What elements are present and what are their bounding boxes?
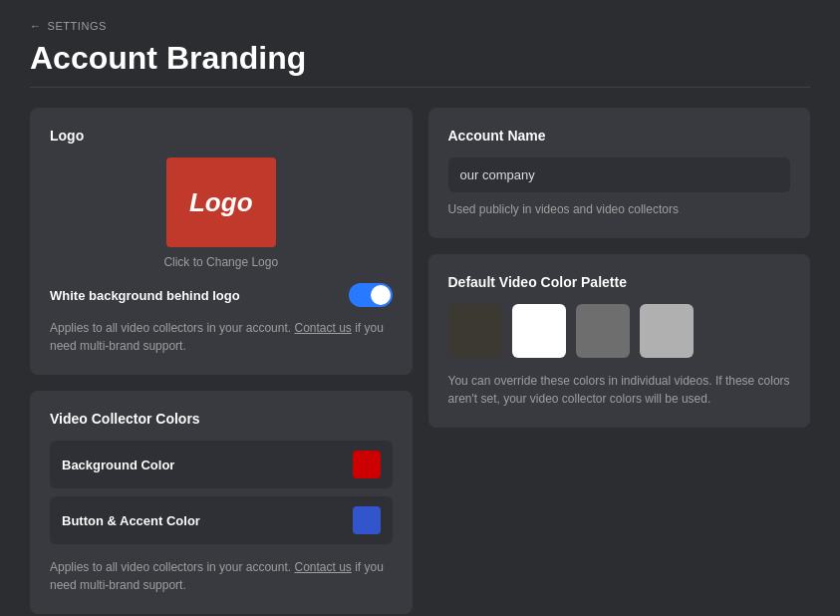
background-color-label: Background Color bbox=[62, 458, 174, 472]
palette-swatch-dark[interactable] bbox=[448, 304, 502, 358]
logo-description: Applies to all video collectors in your … bbox=[50, 319, 393, 355]
white-bg-toggle-row: White background behind logo bbox=[50, 283, 393, 307]
color-buttons-section: Background Color Button & Accent Color bbox=[50, 441, 393, 544]
logo-image[interactable]: Logo bbox=[166, 157, 276, 247]
page-divider bbox=[30, 87, 810, 88]
account-name-card: Account Name Used publicly in videos and… bbox=[428, 108, 811, 238]
account-name-helper: Used publicly in videos and video collec… bbox=[448, 200, 791, 218]
page-title: Account Branding bbox=[30, 40, 810, 77]
account-name-title: Account Name bbox=[448, 128, 791, 144]
accent-color-swatch bbox=[353, 506, 381, 534]
color-palette-card: Default Video Color Palette You can over… bbox=[428, 254, 811, 428]
palette-swatch-light[interactable] bbox=[640, 304, 694, 358]
video-collector-description: Applies to all video collectors in your … bbox=[50, 558, 393, 594]
back-label: SETTINGS bbox=[48, 20, 107, 32]
back-link[interactable]: ← SETTINGS bbox=[30, 20, 810, 32]
palette-description: You can override these colors in individ… bbox=[448, 372, 791, 408]
content-grid: Logo Logo Click to Change Logo White bac… bbox=[30, 108, 810, 614]
video-collector-card-title: Video Collector Colors bbox=[50, 411, 393, 427]
background-color-swatch bbox=[353, 451, 381, 478]
logo-card: Logo Logo Click to Change Logo White bac… bbox=[30, 108, 413, 375]
white-bg-toggle[interactable] bbox=[349, 283, 393, 307]
logo-contact-link[interactable]: Contact us bbox=[294, 321, 351, 335]
accent-color-row[interactable]: Button & Accent Color bbox=[50, 496, 393, 544]
palette-swatch-white[interactable] bbox=[512, 304, 566, 358]
right-column: Account Name Used publicly in videos and… bbox=[428, 108, 811, 614]
toggle-label: White background behind logo bbox=[50, 288, 240, 303]
accent-color-label: Button & Accent Color bbox=[62, 513, 200, 528]
back-arrow-icon: ← bbox=[30, 20, 42, 32]
palette-swatch-mid[interactable] bbox=[576, 304, 630, 358]
background-color-row[interactable]: Background Color bbox=[50, 441, 393, 488]
logo-container: Logo Click to Change Logo bbox=[50, 157, 393, 269]
palette-swatches bbox=[448, 304, 791, 358]
account-name-input[interactable] bbox=[448, 157, 791, 192]
video-collector-contact-link[interactable]: Contact us bbox=[294, 560, 351, 574]
logo-caption: Click to Change Logo bbox=[163, 255, 278, 269]
left-column: Logo Logo Click to Change Logo White bac… bbox=[30, 108, 413, 614]
video-collector-colors-card: Video Collector Colors Background Color … bbox=[30, 391, 413, 614]
logo-card-title: Logo bbox=[50, 128, 393, 144]
palette-card-title: Default Video Color Palette bbox=[448, 274, 791, 290]
logo-text: Logo bbox=[189, 187, 253, 218]
